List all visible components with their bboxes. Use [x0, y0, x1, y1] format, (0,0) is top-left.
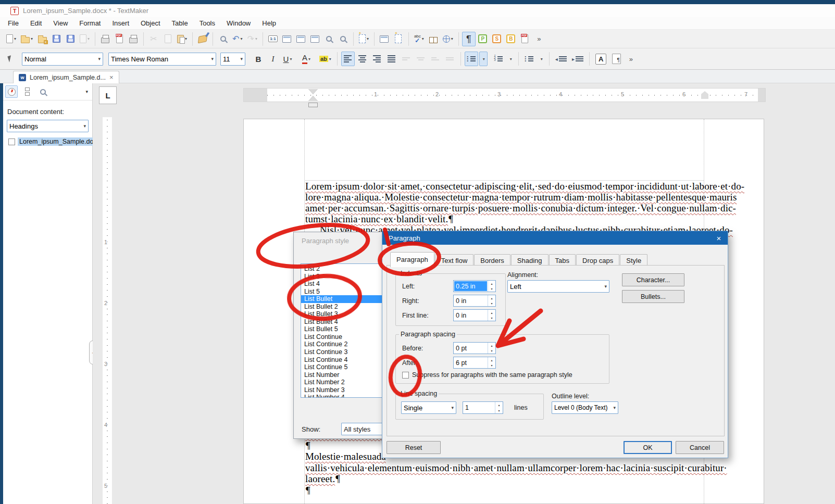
paragraph-1[interactable]: Lorem·ipsum·dolor·sit·amet,·consectetur·…	[305, 181, 744, 236]
item-checkbox[interactable]	[8, 138, 15, 145]
search-button[interactable]	[216, 32, 230, 46]
paragraph-dialog-button[interactable]: ¶	[609, 52, 623, 66]
paste-button[interactable]: ▾	[175, 32, 189, 46]
character-dialog-button[interactable]: A	[593, 52, 608, 66]
font-color-button[interactable]: A▾	[300, 52, 313, 66]
reset-button[interactable]: Reset	[387, 441, 441, 454]
justify-button[interactable]	[385, 52, 398, 66]
left-indent-marker[interactable]	[308, 96, 318, 101]
basicmaker-app-button[interactable]: B	[504, 32, 518, 46]
formatbar-overflow-button[interactable]: »	[624, 52, 638, 66]
numbered-list-dropdown[interactable]: ▾	[506, 52, 515, 66]
tab-paragraph[interactable]: Paragraph	[390, 252, 434, 267]
font-name-combo[interactable]: Times New Roman▾	[108, 53, 216, 66]
menu-view[interactable]: View	[47, 18, 73, 28]
line-spacing-select[interactable]: Single▾	[401, 401, 456, 414]
paragraph-style-combo[interactable]: Normal▾	[22, 53, 103, 66]
italic-button[interactable]: I	[266, 52, 280, 66]
text-line[interactable]: vallis·vehicula·elementum·euismod·nibh·a…	[305, 462, 727, 474]
formatting-marks-toggle[interactable]: ¶	[462, 32, 476, 46]
menu-edit[interactable]: Edit	[24, 18, 47, 28]
numbered-list-button[interactable]	[492, 52, 505, 66]
open-button[interactable]: ▾	[19, 32, 35, 46]
object-mode-button[interactable]	[3, 52, 17, 66]
menu-insert[interactable]: Insert	[106, 18, 135, 28]
bullet-list-dropdown[interactable]: ▾	[479, 52, 488, 66]
vertical-ruler[interactable]: 1 2 3 4 5	[103, 117, 112, 504]
dialog-title-bar[interactable]: Paragraph ×	[382, 231, 728, 245]
text-line[interactable]: amet·per·accumsan.·Sagittis·ornare·turpi…	[305, 203, 744, 214]
close-document-button[interactable]: x	[35, 32, 49, 46]
close-icon[interactable]: ×	[710, 234, 728, 243]
align-right-button[interactable]	[370, 52, 384, 66]
toolbar-overflow-button[interactable]: »	[532, 32, 546, 46]
panes-button[interactable]	[21, 85, 33, 98]
save-all-button[interactable]	[64, 32, 77, 46]
menu-file[interactable]: File	[2, 18, 24, 28]
bullets-button[interactable]: Bullets...	[622, 290, 684, 303]
suppress-checkbox[interactable]	[402, 372, 409, 379]
increase-indent-button[interactable]: ▸	[570, 52, 585, 66]
text-line[interactable]: Lorem·ipsum·dolor·sit·amet,·consectetur·…	[305, 181, 744, 192]
left-indent-spinner[interactable]: 0.25 in ▴▾	[453, 280, 496, 292]
text-line[interactable]: tumst·lacinia·nunc·ex·blandit·velit.¶	[305, 214, 744, 225]
s-app-button[interactable]: S	[490, 32, 504, 46]
presentations-app-button[interactable]: P	[476, 32, 490, 46]
sidebar-menu-dropdown[interactable]: ▾	[85, 89, 90, 94]
menu-object[interactable]: Object	[135, 18, 166, 28]
mail-merge-button[interactable]	[378, 32, 391, 46]
align-center-button[interactable]	[356, 52, 369, 66]
sidebar-search-button[interactable]	[36, 85, 49, 98]
navigation-button[interactable]	[5, 85, 18, 98]
outline-list-dropdown[interactable]: ▾	[537, 52, 545, 66]
normal-view-button[interactable]	[294, 32, 308, 46]
content-filter-select[interactable]: Headings▾	[7, 120, 89, 132]
fit-width-button[interactable]	[280, 32, 294, 46]
bullet-list-button[interactable]	[465, 52, 478, 66]
translate-button[interactable]: ▾	[441, 32, 455, 46]
first-line-spinner[interactable]: 0 in ▴▾	[453, 309, 496, 321]
zoom-level-button[interactable]	[337, 32, 350, 46]
print-button[interactable]	[98, 32, 112, 46]
outline-list-button[interactable]	[522, 52, 536, 66]
document-tree-item[interactable]: Lorem_ipsum_Sample.doc	[3, 137, 92, 146]
save-button[interactable]	[49, 32, 63, 46]
spellcheck-button[interactable]: abc✓▾	[412, 32, 426, 46]
highlight-button[interactable]: ab▾	[317, 52, 333, 66]
horizontal-ruler[interactable]: 1 2 3 4 5 6 7	[243, 88, 766, 102]
after-spinner[interactable]: 6 pt ▴▾	[453, 357, 496, 369]
new-document-button[interactable]: ▾	[4, 32, 18, 46]
line-spacing-spinner[interactable]: 1 ▴▾	[463, 401, 503, 414]
export-pdf-button[interactable]: PDF	[113, 32, 126, 46]
ok-button[interactable]: OK	[624, 441, 672, 454]
tab-type-selector[interactable]: L	[99, 86, 117, 104]
thesaurus-button[interactable]	[427, 32, 440, 46]
insert-frame-button[interactable]: ▾	[357, 32, 371, 46]
decrease-indent-button[interactable]: ◂	[553, 52, 569, 66]
right-indent-marker[interactable]	[701, 91, 708, 99]
text-line[interactable]: laoreet.¶	[305, 473, 727, 485]
right-indent-spinner[interactable]: 0 in ▴▾	[453, 295, 496, 307]
zoom-tool-button[interactable]	[322, 32, 336, 46]
before-spinner[interactable]: 0 pt ▴▾	[453, 342, 496, 354]
outline-level-select[interactable]: Level 0 (Body Text)▾	[552, 401, 618, 414]
cancel-button[interactable]: Cancel	[676, 441, 724, 454]
menu-window[interactable]: Window	[221, 18, 256, 28]
first-line-indent-marker[interactable]	[308, 89, 318, 94]
undo-button[interactable]: ↶▾	[230, 32, 244, 46]
font-size-combo[interactable]: 11▾	[220, 53, 245, 66]
left-indent-box-marker[interactable]	[308, 103, 318, 107]
menu-tools[interactable]: Tools	[194, 18, 221, 28]
character-button[interactable]: Character...	[622, 273, 684, 286]
bold-button[interactable]: B	[252, 52, 265, 66]
menu-table[interactable]: Table	[166, 18, 194, 28]
alignment-select[interactable]: Left▾	[507, 280, 609, 293]
format-painter-button[interactable]	[196, 32, 209, 46]
text-line[interactable]: ¶	[305, 485, 727, 496]
align-left-button[interactable]	[341, 52, 355, 66]
text-line[interactable]: lore·magna·aliqua.·Molestie·consectetur·…	[305, 192, 744, 203]
multi-page-view-button[interactable]	[308, 32, 322, 46]
underline-button[interactable]: U▾	[281, 52, 294, 66]
menu-format[interactable]: Format	[73, 18, 106, 28]
zoom-100-button[interactable]: 1:1	[266, 32, 280, 46]
